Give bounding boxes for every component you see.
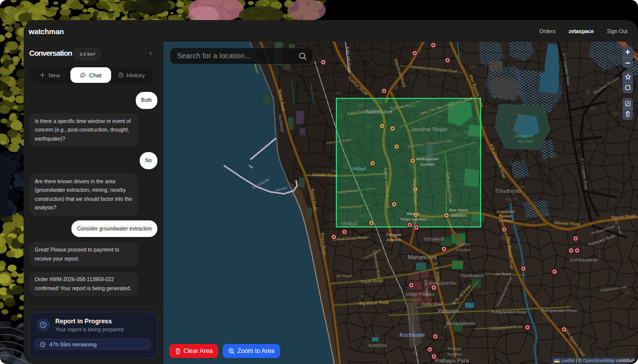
svg-text:Asokapuram: Asokapuram [416, 157, 439, 161]
svg-text:Pushpa: Pushpa [447, 346, 462, 351]
svg-text:Sarovaram: Sarovaram [514, 134, 533, 138]
svg-text:Big Bazar Road: Big Bazar Road [359, 300, 389, 306]
svg-text:Junction: Junction [420, 162, 435, 167]
svg-text:Mananchira: Mananchira [408, 254, 437, 260]
svg-text:Thiruthiyad: Thiruthiyad [495, 188, 521, 194]
svg-text:Palayam: Palayam [438, 308, 459, 314]
svg-text:Kuthiravattom: Kuthiravattom [570, 258, 598, 263]
svg-text:Markazudaawa: Markazudaawa [446, 321, 475, 326]
svg-text:Bus Stand: Bus Stand [449, 208, 468, 212]
svg-text:Pathaya Pura: Pathaya Pura [435, 357, 470, 363]
svg-text:Junction: Junction [451, 213, 466, 218]
svg-text:Tazhekkod: Tazhekkod [423, 236, 444, 241]
svg-text:Puthiyapalam Road: Puthiyapalam Road [491, 310, 526, 314]
svg-text:Junction: Junction [447, 352, 462, 356]
svg-text:Poonthaarim: Poonthaarim [460, 273, 484, 278]
svg-text:Arayaduth: Arayaduth [497, 209, 515, 214]
svg-text:Mittayi Theruvu: Mittayi Theruvu [405, 292, 434, 297]
svg-text:Nadakkave: Nadakkave [366, 108, 393, 114]
svg-text:Jawahar Nagar: Jawahar Nagar [410, 126, 448, 132]
svg-text:Road Junction: Road Junction [400, 217, 426, 221]
svg-text:Junction: Junction [498, 218, 513, 223]
svg-text:Kuttichira: Kuttichira [369, 343, 387, 348]
svg-text:Junction: Junction [386, 237, 401, 242]
svg-text:Kottaparambu: Kottaparambu [429, 281, 457, 286]
svg-text:Puthiyapalam Road: Puthiyapalam Road [541, 308, 577, 313]
svg-text:Paalam: Paalam [499, 214, 512, 218]
svg-text:Stadium: Stadium [455, 242, 471, 247]
svg-text:Jai Road: Jai Road [495, 272, 511, 276]
svg-text:Oyitty Road: Oyitty Road [422, 301, 443, 306]
svg-text:Gandhi Road: Gandhi Road [312, 172, 338, 178]
svg-text:Vellayil: Vellayil [352, 166, 366, 171]
svg-text:Bio Park: Bio Park [518, 139, 534, 144]
svg-text:Junction: Junction [455, 248, 471, 252]
svg-text:Paragon: Paragon [386, 232, 401, 237]
svg-text:Mavoor: Mavoor [407, 211, 420, 216]
svg-text:Kozhikode: Kozhikode [400, 332, 425, 338]
svg-text:Vellayil: Vellayil [341, 220, 358, 226]
svg-text:Jai Road: Jai Road [336, 274, 352, 278]
